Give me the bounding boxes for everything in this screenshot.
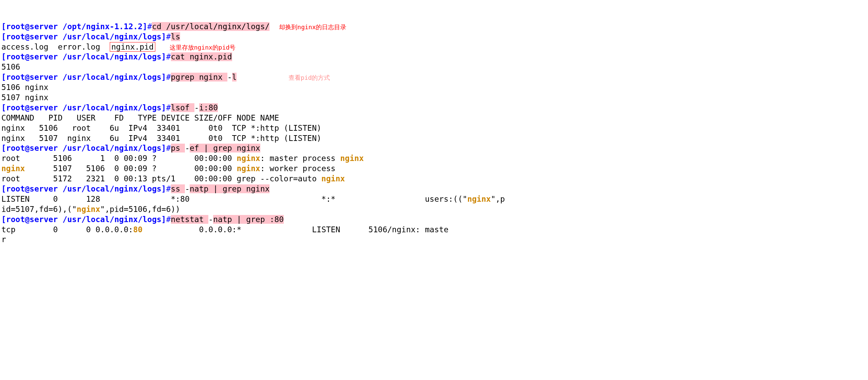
cmd-pgrep: pgrep nginx <box>171 73 227 82</box>
prompt-close: ] <box>142 22 147 31</box>
pgrep-out-2: 5107 nginx <box>1 93 867 103</box>
prompt-at: @ <box>25 22 30 31</box>
cmd-lsof: lsof <box>171 103 194 112</box>
lsof-row-2: nginx 5107 nginx 6u IPv4 33401 0t0 TCP *… <box>1 133 867 144</box>
cmd-netstat: netstat <box>171 215 209 224</box>
annotation-pgrep: 查看pid的方式 <box>289 74 330 81</box>
annotation-pid: 这里存放nginx的pid号 <box>170 44 236 51</box>
ls-output: access.log error.log nginx.pid 这里存放nginx… <box>1 42 867 52</box>
prompt-hash: # <box>147 22 152 31</box>
ps-row-2: nginx 5107 5106 0 00:09 ? 00:00:00 nginx… <box>1 164 867 174</box>
line-ps: [root@server /usr/local/nginx/logs]#ps -… <box>1 143 867 153</box>
cmd-cat: cat nginx.pid <box>171 52 232 61</box>
cmd-ls: ls <box>171 32 180 41</box>
prompt-user: root <box>6 22 25 31</box>
ls-pid-boxed: nginx.pid <box>110 42 156 52</box>
line-cat: [root@server /usr/local/nginx/logs]#cat … <box>1 52 867 62</box>
prompt-bracket: [ <box>1 22 6 31</box>
lsof-header: COMMAND PID USER FD TYPE DEVICE SIZE/OFF… <box>1 113 867 123</box>
cmd-cd: cd /usr/local/nginx/logs/ <box>152 22 270 31</box>
ss-row-1: LISTEN 0 128 *:80 *:* users:(("nginx",p <box>1 194 867 204</box>
line-netstat: [root@server /usr/local/nginx/logs]#nets… <box>1 215 867 225</box>
ps-row-3: root 5172 2321 0 00:13 pts/1 00:00:00 gr… <box>1 174 867 184</box>
terminal[interactable]: [root@server /opt/nginx-1.12.2]#cd /usr/… <box>1 22 867 245</box>
ss-row-2: id=5107,fd=6),("nginx",pid=5106,fd=6)) <box>1 204 867 215</box>
cat-output: 5106 <box>1 62 867 72</box>
cmd-ss: ss <box>171 184 185 193</box>
prompt-host: server <box>30 22 58 31</box>
annotation-cd: 却换到nginx的日志目录 <box>279 23 346 31</box>
prompt-path: /opt/nginx-1.12.2 <box>58 22 142 31</box>
line-ls: [root@server /usr/local/nginx/logs]#ls <box>1 32 867 42</box>
netstat-row-1: tcp 0 0 0.0.0.0:80 0.0.0.0:* LISTEN 5106… <box>1 225 867 235</box>
cmd-ps: ps <box>171 144 185 152</box>
line-ss: [root@server /usr/local/nginx/logs]#ss -… <box>1 184 867 194</box>
line-cd: [root@server /opt/nginx-1.12.2]#cd /usr/… <box>1 22 867 32</box>
line-lsof: [root@server /usr/local/nginx/logs]#lsof… <box>1 103 867 113</box>
lsof-row-1: nginx 5106 root 6u IPv4 33401 0t0 TCP *:… <box>1 123 867 133</box>
ls-error: error.log <box>58 42 100 51</box>
netstat-row-2: r <box>1 235 867 245</box>
ls-access: access.log <box>1 42 48 51</box>
line-pgrep: [root@server /usr/local/nginx/logs]#pgre… <box>1 72 867 83</box>
pgrep-out-1: 5106 nginx <box>1 83 867 93</box>
ps-row-1: root 5106 1 0 00:09 ? 00:00:00 nginx: ma… <box>1 153 867 164</box>
